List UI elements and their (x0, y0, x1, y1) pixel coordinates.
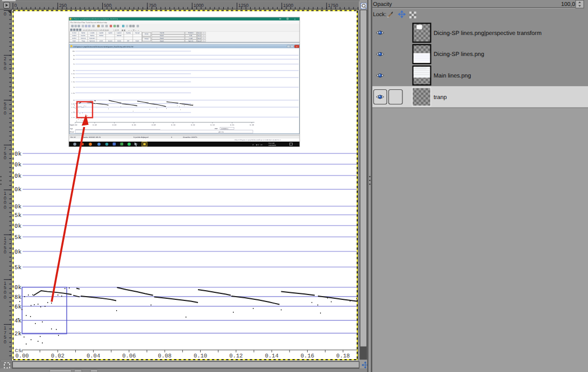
svg-text:2k: 2k (15, 331, 22, 338)
svg-text:Fafus: Fafus (81, 32, 86, 34)
svg-text:Gouse: Gouse (108, 40, 113, 42)
svg-text:Lumnr: Lumnr (72, 37, 76, 39)
svg-text:0.00000 s: 0.00000 s (221, 128, 229, 130)
svg-text:Trag: Trag (82, 40, 85, 42)
svg-text:3.5k: 3.5k (72, 93, 75, 94)
svg-text:0.16: 0.16 (230, 124, 235, 126)
svg-text:0: 0 (4, 249, 6, 255)
svg-text:2.4k: 2.4k (72, 112, 75, 114)
svg-text:0k: 0k (15, 173, 22, 180)
svg-text:0: 0 (4, 294, 6, 300)
svg-text:2.6k: 2.6k (72, 107, 75, 108)
svg-text:0.18: 0.18 (336, 353, 350, 360)
svg-text:D:\Papers in prep\Dicktuurst\D: D:\Papers in prep\Dicktuurst\Dicktuurst … (72, 18, 118, 20)
svg-text:0.10: 0.10 (194, 353, 207, 360)
svg-text:1000: 1000 (194, 3, 204, 8)
svg-text:act: 0 s: act: 0 s (218, 131, 224, 133)
svg-text:0.04: 0.04 (87, 353, 100, 360)
svg-text:∧: ∧ (252, 144, 254, 146)
svg-text:Nyseset: Nyseset (89, 37, 95, 39)
svg-text:cs: cs (15, 348, 22, 354)
svg-text:0.10: 0.10 (171, 124, 175, 126)
svg-text:▣ ▦: ▣ ▦ (122, 29, 125, 31)
svg-text:Blank: Blank (160, 37, 165, 39)
svg-text:750: 750 (148, 3, 156, 8)
svg-text:Drv W: Drv W (70, 136, 76, 138)
svg-text:1750: 1750 (328, 3, 338, 8)
svg-text:Save: Save (197, 32, 201, 34)
svg-text:Dicing-SP lines.png: Dicing-SP lines.png (434, 51, 484, 58)
svg-text:Blank: Blank (160, 34, 165, 37)
svg-text:0: 0 (4, 110, 6, 116)
svg-text:0.08: 0.08 (152, 124, 156, 126)
svg-text:0k: 0k (15, 249, 22, 256)
svg-text:Bwst: Bwst (136, 40, 139, 42)
svg-text:Save: Save (197, 35, 201, 37)
svg-text:5k: 5k (15, 265, 22, 271)
svg-text:0.14: 0.14 (265, 353, 278, 360)
svg-text:0.00: 0.00 (73, 124, 77, 126)
svg-text:8k: 8k (15, 294, 22, 301)
svg-text:Edit: Edit (189, 34, 192, 37)
svg-text:0: 0 (4, 11, 6, 17)
svg-text:Creactive 10007s: Creactive 10007s (183, 136, 197, 138)
svg-text:0.14: 0.14 (210, 124, 215, 126)
svg-text:500: 500 (104, 3, 111, 8)
svg-text:Save: Save (197, 38, 201, 39)
svg-text:Gentle: Gentle (81, 34, 86, 37)
svg-text:Load: Load (189, 37, 193, 39)
svg-text:0k: 0k (15, 285, 22, 291)
svg-text:Areas: Areas (70, 131, 74, 133)
svg-text:Lesids: Lesids (90, 32, 95, 34)
svg-text:Hpegd: Hpegd (135, 32, 140, 34)
svg-text:N points displayed: N points displayed (133, 136, 148, 138)
svg-text:6k: 6k (73, 70, 75, 72)
svg-text:5.5k: 5.5k (72, 73, 75, 75)
svg-text:7k: 7k (73, 64, 75, 65)
svg-text:▮ ≋ □ 4×: ▮ ≋ □ 4× (256, 144, 263, 146)
svg-text:Tags: Tags (70, 124, 74, 126)
svg-text:0.08: 0.08 (158, 353, 172, 360)
svg-text:0: 0 (15, 3, 17, 8)
svg-text:Lock:: Lock: (373, 12, 386, 18)
svg-text:F|name 16000O 16b W: F|name 16000O 16b W (82, 136, 101, 138)
svg-text:Hstnd: Hstnd (72, 34, 76, 37)
svg-text:6k: 6k (15, 304, 22, 311)
svg-text:Const: Const (72, 32, 76, 34)
svg-text:0: 0 (4, 339, 6, 345)
svg-text:0.06: 0.06 (132, 124, 136, 126)
svg-text:0.16: 0.16 (301, 353, 314, 360)
svg-text:Lasirs: Lasirs (108, 32, 112, 34)
svg-text:Clutte: Clutte (117, 40, 122, 42)
svg-text:0: 0 (4, 205, 6, 210)
svg-text:3k: 3k (73, 100, 75, 101)
svg-text:PRT:: PRT: (215, 128, 218, 130)
svg-text:Tadica: Tadica (90, 34, 95, 37)
svg-text:1500: 1500 (283, 3, 293, 8)
svg-text:0.02: 0.02 (93, 124, 97, 126)
svg-text:0k: 0k (15, 162, 22, 169)
svg-text:0.02: 0.02 (51, 353, 65, 360)
svg-text:∿ 22 ⚙: ∿ 22 ⚙ (113, 29, 119, 31)
svg-text:← → W ← →: ← → W ← → (128, 29, 139, 31)
svg-text:Save to: Save to (188, 40, 194, 42)
svg-text:uNch: uNch (100, 40, 103, 42)
svg-text:Hyncep: Hyncep (81, 37, 86, 39)
svg-text:4.5k: 4.5k (72, 81, 75, 83)
svg-text:Position: Position (188, 32, 194, 34)
svg-text:0.06: 0.06 (122, 353, 136, 360)
svg-text:0k: 0k (15, 151, 22, 158)
svg-text:NOISE: NOISE (117, 34, 122, 37)
svg-text:0: 0 (4, 155, 6, 160)
svg-text:5k: 5k (73, 77, 75, 79)
svg-text:Hidmd: Hidmd (99, 34, 104, 37)
svg-text:0: 0 (4, 66, 6, 71)
svg-text:Xge: Xge (70, 128, 73, 130)
svg-text:tranp: tranp (434, 94, 447, 101)
svg-text:F1 F2 F3 F4 F5 F6 F7 F8 F9 10: F1 F2 F3 F4 F5 F6 F7 F8 F9 10 A0 (83, 29, 109, 31)
svg-text:0: 0 (171, 136, 172, 138)
svg-text:9k: 9k (73, 55, 75, 57)
svg-text:0.18: 0.18 (250, 124, 254, 126)
svg-text:×: × (296, 46, 297, 48)
svg-text:Blank: Blank (160, 40, 165, 42)
